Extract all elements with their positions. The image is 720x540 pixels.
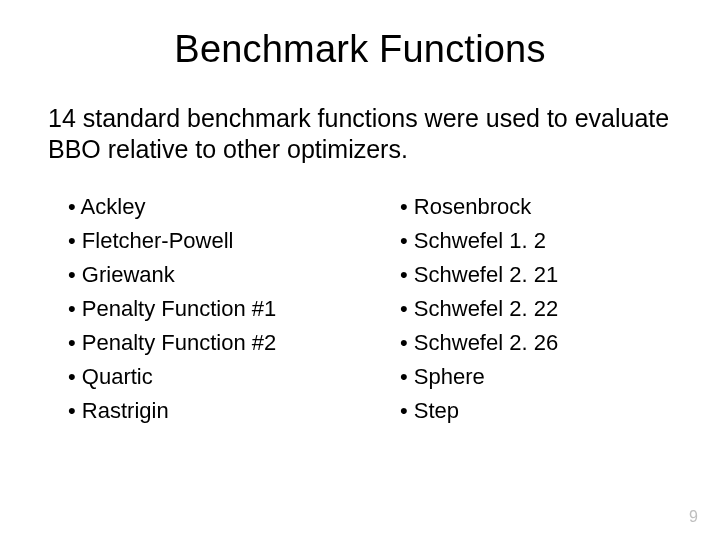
list-item: • Schwefel 1. 2 bbox=[400, 224, 672, 258]
function-list: • Ackley • Fletcher-Powell • Griewank • … bbox=[48, 190, 672, 429]
list-item: • Schwefel 2. 26 bbox=[400, 326, 672, 360]
list-item: • Rosenbrock bbox=[400, 190, 672, 224]
list-item: • Schwefel 2. 21 bbox=[400, 258, 672, 292]
list-item: • Fletcher-Powell bbox=[68, 224, 340, 258]
list-item: • Sphere bbox=[400, 360, 672, 394]
function-list-left: • Ackley • Fletcher-Powell • Griewank • … bbox=[68, 190, 340, 429]
page-number: 9 bbox=[689, 508, 698, 526]
list-item: • Schwefel 2. 22 bbox=[400, 292, 672, 326]
list-item: • Rastrigin bbox=[68, 394, 340, 428]
list-item: • Griewank bbox=[68, 258, 340, 292]
list-item: • Penalty Function #2 bbox=[68, 326, 340, 360]
slide-subtitle: 14 standard benchmark functions were use… bbox=[48, 103, 672, 166]
list-item: • Step bbox=[400, 394, 672, 428]
list-item: • Penalty Function #1 bbox=[68, 292, 340, 326]
list-item: • Quartic bbox=[68, 360, 340, 394]
function-list-right: • Rosenbrock • Schwefel 1. 2 • Schwefel … bbox=[400, 190, 672, 429]
slide: Benchmark Functions 14 standard benchmar… bbox=[0, 0, 720, 540]
list-item: • Ackley bbox=[68, 190, 340, 224]
slide-title: Benchmark Functions bbox=[48, 28, 672, 71]
